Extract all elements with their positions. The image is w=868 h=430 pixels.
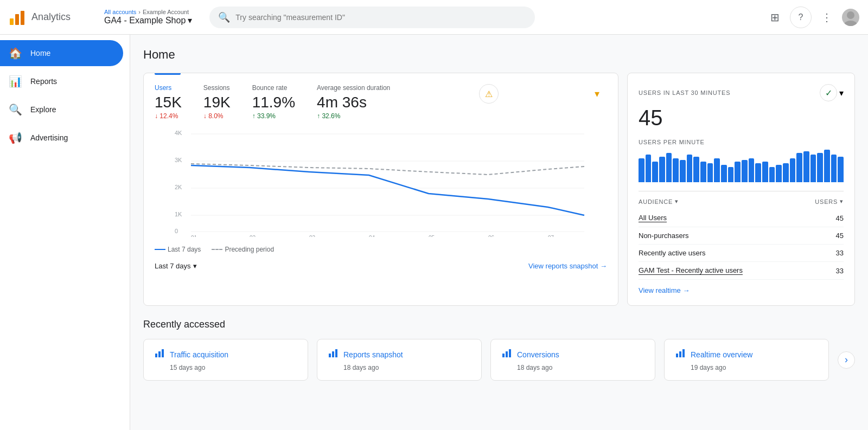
top-cards-row: Users 15K ↓ 12.4% Sessions 19K ↓ 8.0% Bo… (143, 73, 855, 306)
analytics-card: Users 15K ↓ 12.4% Sessions 19K ↓ 8.0% Bo… (143, 73, 618, 306)
next-button[interactable]: › (838, 351, 855, 369)
bar (659, 157, 665, 182)
svg-text:1K: 1K (175, 211, 182, 217)
bar (755, 163, 761, 182)
property-selector[interactable]: GA4 - Example Shop ▾ (104, 15, 192, 25)
audience-users-count: 33 (836, 249, 844, 257)
legend-preceding: Preceding period (212, 246, 274, 253)
users-col-label[interactable]: USERS ▾ (815, 198, 844, 205)
audience-name: All Users (639, 214, 667, 222)
svg-text:4K: 4K (175, 130, 182, 136)
metric-more-button[interactable]: ▾ (588, 84, 607, 104)
metric-avg-session: Average session duration 4m 36s ↑ 32.6% (317, 84, 390, 120)
svg-point-4 (844, 21, 857, 26)
bar (838, 157, 844, 182)
sidebar-item-explore[interactable]: 🔍 Explore (0, 97, 123, 123)
recent-card-title: Traffic acquisition (155, 348, 297, 361)
svg-rect-28 (335, 349, 337, 357)
svg-rect-30 (506, 351, 508, 357)
recent-card[interactable]: Realtime overview 19 days ago (664, 339, 829, 381)
audience-users-count: 33 (836, 267, 844, 275)
bar (749, 158, 755, 182)
realtime-more-button[interactable]: ▾ (839, 88, 844, 98)
recent-card-name: Traffic acquisition (170, 350, 228, 359)
audience-name: Non-purchasers (639, 232, 689, 240)
bar (824, 150, 830, 182)
bar (687, 155, 693, 182)
recent-card[interactable]: Reports snapshot 18 days ago (317, 339, 482, 381)
realtime-count: 45 (639, 106, 844, 130)
bar-chart (639, 150, 844, 182)
bar (693, 157, 699, 182)
bar (817, 153, 823, 182)
bar (803, 151, 809, 182)
bar (721, 165, 727, 182)
search-input[interactable] (235, 13, 526, 22)
audience-row[interactable]: Non-purchasers 45 (639, 227, 844, 245)
bar (735, 162, 741, 182)
svg-rect-26 (329, 354, 331, 357)
chart-svg: 4K 3K 2K 1K 0 01 Aug 02 03 04 (155, 129, 607, 237)
users-per-min-label: USERS PER MINUTE (639, 139, 844, 145)
sidebar: 🏠 Home 📊 Reports 🔍 Explore 📢 Advertising (0, 35, 130, 430)
grid-icon-button[interactable]: ⊞ (764, 7, 786, 28)
recent-card-name: Realtime overview (691, 350, 752, 359)
audience-sort-icon: ▾ (675, 198, 679, 205)
audience-header: AUDIENCE ▾ USERS ▾ (639, 191, 844, 205)
card-footer: Last 7 days ▾ View reports snapshot → (155, 262, 607, 270)
help-icon-button[interactable]: ? (790, 7, 812, 28)
audience-row[interactable]: GAM Test - Recently active users 33 (639, 262, 844, 280)
recent-card-name: Reports snapshot (343, 350, 403, 359)
bar (666, 153, 672, 182)
bar (796, 153, 802, 182)
realtime-header: USERS IN LAST 30 MINUTES ✓ ▾ (639, 84, 844, 101)
view-realtime-link[interactable]: View realtime → (639, 286, 844, 294)
main-content: Home Users 15K ↓ 12.4% Sessions 19K ↓ 8.… (130, 35, 868, 430)
avatar[interactable] (842, 9, 859, 26)
recent-card[interactable]: Conversions 18 days ago (490, 339, 655, 381)
sidebar-item-advertising[interactable]: 📢 Advertising (0, 125, 123, 151)
recent-card-icon (155, 348, 164, 361)
sidebar-item-home[interactable]: 🏠 Home (0, 40, 123, 66)
svg-text:3K: 3K (175, 157, 182, 163)
nav-icons: ⊞ ? ⋮ (764, 7, 859, 28)
grid-icon: ⊞ (770, 11, 780, 24)
recently-accessed-title: Recently accessed (143, 319, 855, 330)
search-bar[interactable]: 🔍 (209, 7, 535, 28)
recent-card-time: 18 days ago (343, 364, 470, 371)
chart-legend: Last 7 days Preceding period (155, 246, 607, 253)
audience-users-count: 45 (836, 232, 844, 240)
recent-card-title: Conversions (502, 348, 644, 361)
recent-card-time: 18 days ago (517, 364, 644, 371)
audience-row[interactable]: All Users 45 (639, 209, 844, 227)
bar (783, 163, 789, 182)
date-selector[interactable]: Last 7 days ▾ (155, 262, 197, 270)
more-options-button[interactable]: ⋮ (816, 7, 838, 28)
search-icon: 🔍 (218, 11, 230, 23)
recently-accessed-section: Recently accessed Traffic acquisition 15… (143, 319, 855, 381)
sidebar-item-reports[interactable]: 📊 Reports (0, 68, 123, 94)
recent-card[interactable]: Traffic acquisition 15 days ago (143, 339, 308, 381)
audience-table: All Users 45 Non-purchasers 45 Recently … (639, 209, 844, 280)
metric-sessions: Sessions 19K ↓ 8.0% (203, 84, 231, 120)
metrics-row: Users 15K ↓ 12.4% Sessions 19K ↓ 8.0% Bo… (155, 84, 607, 120)
breadcrumb: All accounts › Example Account (104, 9, 192, 15)
bar (790, 158, 796, 182)
help-icon: ? (799, 12, 803, 22)
view-reports-link[interactable]: View reports snapshot → (528, 262, 607, 270)
alert-button[interactable]: ⚠ (479, 84, 499, 104)
audience-row[interactable]: Recently active users 33 (639, 245, 844, 262)
svg-rect-34 (682, 349, 685, 357)
users-sort-icon: ▾ (840, 198, 844, 205)
app-title: Analytics (31, 11, 71, 23)
svg-text:06: 06 (488, 235, 495, 237)
audience-col-label[interactable]: AUDIENCE ▾ (639, 198, 679, 205)
audience-name: Recently active users (639, 249, 706, 257)
home-icon: 🏠 (9, 47, 22, 60)
svg-text:0: 0 (175, 228, 178, 234)
avatar-image (842, 9, 859, 26)
bar (707, 163, 713, 182)
svg-text:05: 05 (429, 235, 435, 237)
bar (714, 158, 720, 182)
recent-card-time: 15 days ago (170, 364, 297, 371)
